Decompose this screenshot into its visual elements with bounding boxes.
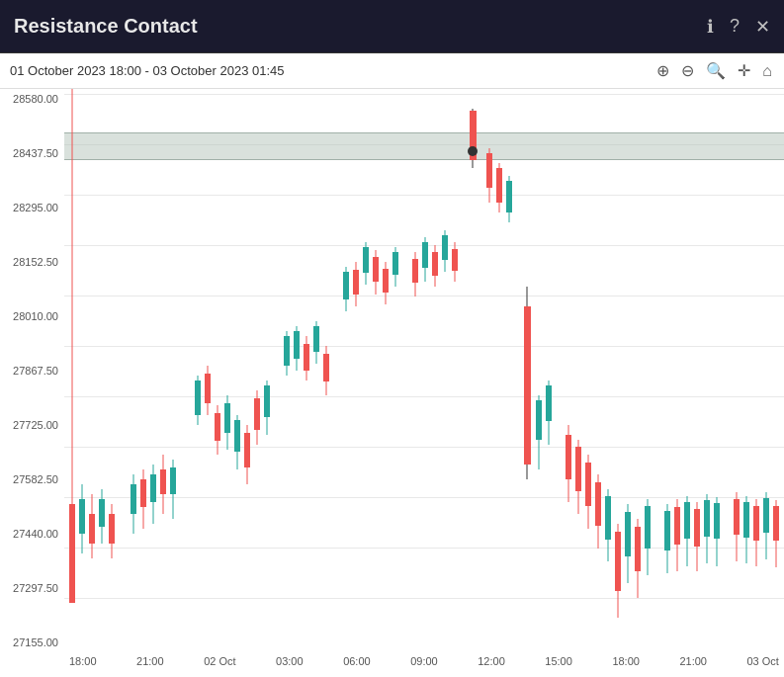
svg-rect-88: [585, 463, 591, 506]
x-label-4: 06:00: [343, 655, 371, 667]
svg-rect-96: [635, 527, 641, 571]
chart-toolbar: 01 October 2023 18:00 - 03 October 2023 …: [0, 53, 784, 89]
svg-rect-104: [674, 507, 680, 545]
svg-rect-21: [195, 381, 201, 415]
x-label-3: 03:00: [276, 655, 304, 667]
svg-rect-82: [546, 385, 552, 421]
app-header: Resistance Contact ℹ ? ✕: [0, 0, 784, 53]
y-label-6: 27725.00: [0, 420, 64, 431]
svg-rect-49: [353, 270, 359, 295]
svg-rect-51: [363, 247, 369, 273]
svg-rect-84: [566, 435, 571, 479]
svg-rect-35: [264, 385, 270, 417]
svg-rect-7: [99, 499, 105, 527]
svg-rect-9: [109, 514, 115, 544]
y-label-1: 28437.50: [0, 148, 64, 159]
y-label-3: 28152.50: [0, 257, 64, 268]
svg-rect-31: [244, 433, 250, 467]
svg-rect-110: [704, 500, 710, 537]
zoom-in-icon[interactable]: ⊕: [654, 59, 671, 82]
x-label-0: 18:00: [69, 655, 97, 667]
chart-container: 01 October 2023 18:00 - 03 October 2023 …: [0, 53, 784, 677]
svg-rect-76: [506, 181, 512, 212]
svg-rect-23: [205, 374, 211, 403]
svg-rect-25: [215, 413, 220, 441]
info-icon[interactable]: ℹ: [707, 16, 714, 38]
x-label-2: 02 Oct: [204, 655, 235, 667]
svg-rect-118: [753, 506, 759, 541]
svg-rect-45: [323, 354, 329, 381]
svg-rect-94: [625, 512, 631, 556]
svg-rect-80: [536, 400, 542, 440]
svg-rect-27: [224, 403, 230, 433]
svg-rect-29: [234, 420, 240, 452]
svg-rect-57: [392, 252, 398, 275]
y-label-2: 28295.00: [0, 203, 64, 213]
svg-rect-63: [432, 252, 438, 276]
svg-rect-11: [131, 484, 136, 514]
svg-rect-17: [160, 469, 166, 494]
svg-rect-61: [422, 242, 428, 268]
svg-rect-43: [313, 326, 319, 352]
svg-rect-112: [714, 503, 720, 539]
chart-tools: ⊕ ⊖ 🔍 ✛ ⌂: [654, 59, 774, 82]
svg-rect-47: [343, 272, 349, 299]
x-axis: 18:00 21:00 02 Oct 03:00 06:00 09:00 12:…: [64, 648, 784, 673]
home-icon[interactable]: ⌂: [760, 60, 774, 82]
svg-rect-13: [140, 479, 146, 507]
svg-rect-100: [615, 532, 621, 591]
svg-rect-86: [575, 447, 581, 491]
svg-rect-120: [763, 498, 769, 533]
svg-rect-5: [89, 514, 95, 544]
svg-rect-116: [743, 502, 749, 538]
y-axis: 28580.00 28437.50 28295.00 28152.50 2801…: [0, 89, 64, 673]
x-label-5: 09:00: [410, 655, 438, 667]
y-label-10: 27155.00: [0, 637, 64, 648]
y-label-5: 27867.50: [0, 366, 64, 377]
svg-rect-65: [442, 235, 448, 260]
svg-rect-3: [79, 499, 85, 534]
y-label-7: 27582.50: [0, 474, 64, 485]
svg-rect-41: [304, 344, 309, 371]
svg-rect-102: [664, 511, 670, 550]
header-icons: ℹ ? ✕: [707, 16, 770, 38]
zoom-out-icon[interactable]: ⊖: [679, 59, 696, 82]
svg-rect-90: [595, 482, 601, 526]
x-label-9: 21:00: [679, 655, 707, 667]
y-label-9: 27297.50: [0, 583, 64, 594]
help-icon[interactable]: ?: [730, 16, 740, 37]
chart-area: 28580.00 28437.50 28295.00 28152.50 2801…: [0, 89, 784, 673]
y-label-8: 27440.00: [0, 529, 64, 540]
svg-rect-78: [524, 306, 531, 465]
svg-rect-19: [170, 467, 176, 494]
app-title: Resistance Contact: [14, 15, 198, 38]
crosshair-icon[interactable]: ✛: [736, 59, 752, 82]
svg-rect-53: [373, 257, 379, 282]
close-icon[interactable]: ✕: [755, 16, 770, 38]
date-range: 01 October 2023 18:00 - 03 October 2023 …: [10, 63, 285, 78]
svg-rect-122: [773, 506, 779, 541]
svg-rect-92: [605, 496, 611, 540]
x-label-8: 18:00: [612, 655, 640, 667]
svg-rect-67: [452, 249, 458, 271]
y-label-0: 28580.00: [0, 94, 64, 105]
x-label-1: 21:00: [136, 655, 164, 667]
x-label-10: 03 Oct: [747, 655, 779, 667]
svg-rect-1: [69, 504, 75, 603]
x-label-6: 12:00: [478, 655, 505, 667]
svg-rect-37: [284, 336, 290, 366]
svg-rect-55: [383, 269, 389, 293]
svg-rect-106: [684, 502, 690, 539]
svg-rect-33: [254, 398, 260, 430]
svg-rect-15: [150, 474, 156, 502]
svg-rect-59: [412, 259, 418, 283]
svg-rect-108: [694, 509, 700, 547]
magnifier-icon[interactable]: 🔍: [704, 59, 728, 82]
svg-point-70: [468, 146, 478, 156]
svg-rect-74: [496, 168, 502, 203]
x-label-7: 15:00: [545, 655, 572, 667]
y-label-4: 28010.00: [0, 311, 64, 322]
candlestick-chart: [64, 89, 784, 648]
svg-rect-72: [486, 153, 492, 188]
svg-rect-39: [294, 331, 300, 359]
